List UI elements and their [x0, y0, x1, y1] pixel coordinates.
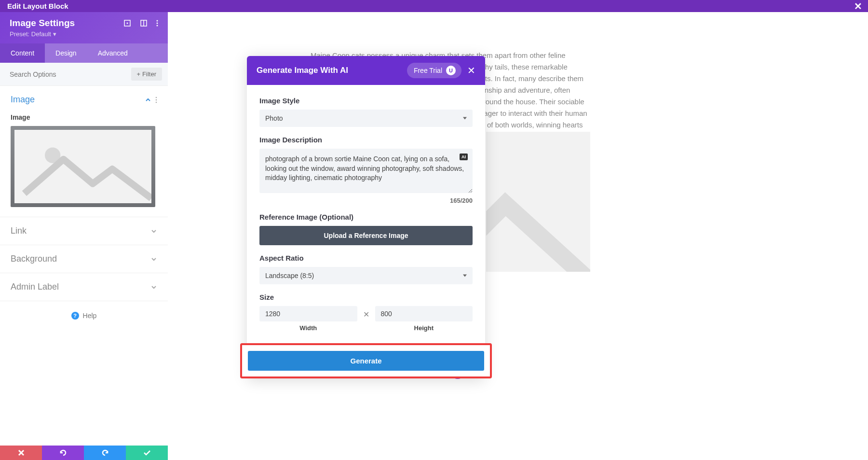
chevron-down-icon — [150, 228, 157, 235]
svg-point-6 — [157, 25, 158, 27]
window-header: Edit Layout Block ✕ — [0, 0, 868, 12]
more-icon[interactable] — [155, 97, 157, 103]
sidebar-header: Image Settings Preset: Default ▾ Content… — [0, 12, 168, 63]
chevron-down-icon — [150, 256, 157, 263]
section-image: Image Image — [0, 86, 168, 217]
image-field-label: Image — [11, 113, 157, 121]
preset-selector[interactable]: Preset: Default ▾ — [10, 30, 158, 43]
settings-sidebar: Image Settings Preset: Default ▾ Content… — [0, 12, 168, 460]
trial-pill[interactable]: Free Trial U — [407, 63, 461, 78]
help-link[interactable]: ? Help — [0, 301, 168, 330]
width-label: Width — [259, 324, 357, 332]
svg-point-5 — [157, 23, 158, 24]
action-bar — [0, 446, 168, 460]
settings-tabs: Content Design Advanced — [0, 43, 168, 63]
image-style-select[interactable]: Photo — [259, 110, 473, 127]
ai-badge-icon[interactable]: AI — [460, 153, 468, 160]
filter-button[interactable]: + Filter — [131, 68, 162, 81]
section-header-admin-label[interactable]: Admin Label — [0, 273, 168, 301]
modal-title: Generate Image With AI — [257, 66, 348, 75]
tab-content[interactable]: Content — [0, 43, 45, 63]
content-image-placeholder — [486, 132, 590, 272]
tab-advanced[interactable]: Advanced — [87, 43, 138, 63]
chevron-down-icon — [150, 284, 157, 291]
section-admin-label: Admin Label — [0, 273, 168, 301]
save-button[interactable] — [126, 446, 168, 460]
height-input[interactable] — [375, 306, 473, 321]
svg-point-7 — [156, 97, 157, 98]
search-input[interactable] — [6, 69, 131, 80]
window-title: Edit Layout Block — [7, 2, 68, 10]
trial-badge-icon: U — [446, 66, 456, 75]
svg-point-8 — [156, 99, 157, 100]
times-icon: ✕ — [363, 310, 369, 319]
image-upload-area[interactable] — [11, 126, 155, 207]
width-input[interactable] — [259, 306, 357, 321]
redo-button[interactable] — [84, 446, 126, 460]
section-link: Link — [0, 217, 168, 245]
section-header-link[interactable]: Link — [0, 217, 168, 245]
chevron-down-icon: ▾ — [53, 30, 56, 38]
char-count: 165/200 — [259, 197, 473, 204]
description-label: Image Description — [259, 136, 473, 144]
cancel-button[interactable] — [0, 446, 42, 460]
reference-label: Reference Image (Optional) — [259, 213, 473, 221]
size-label: Size — [259, 293, 473, 301]
sidebar-title: Image Settings — [10, 18, 75, 28]
columns-icon[interactable] — [140, 19, 148, 27]
svg-point-1 — [127, 23, 128, 24]
section-header-background[interactable]: Background — [0, 245, 168, 273]
section-background: Background — [0, 245, 168, 273]
search-row: + Filter — [0, 63, 168, 86]
height-label: Height — [375, 324, 473, 332]
aspect-ratio-select[interactable]: Landscape (8:5) — [259, 267, 473, 284]
expand-icon[interactable] — [123, 19, 131, 27]
tab-design[interactable]: Design — [45, 43, 87, 63]
aspect-label: Aspect Ratio — [259, 254, 473, 262]
upload-reference-button[interactable]: Upload a Reference Image — [259, 226, 473, 245]
svg-point-9 — [156, 101, 157, 103]
image-style-label: Image Style — [259, 97, 473, 105]
description-textarea[interactable]: photograph of a brown sortie Maine Coon … — [259, 149, 473, 193]
chevron-up-icon — [145, 97, 151, 103]
section-header-image[interactable]: Image — [0, 86, 168, 113]
ai-image-modal: Generate Image With AI Free Trial U ✕ Im… — [247, 56, 485, 378]
generate-button[interactable]: Generate — [248, 351, 484, 371]
svg-point-4 — [157, 20, 158, 22]
modal-header: Generate Image With AI Free Trial U ✕ — [247, 56, 485, 85]
undo-button[interactable] — [42, 446, 84, 460]
generate-highlight: Generate — [240, 343, 492, 378]
more-icon[interactable] — [156, 19, 158, 27]
plus-icon: + — [137, 70, 141, 78]
image-placeholder-icon — [14, 130, 151, 203]
close-icon[interactable]: ✕ — [854, 0, 862, 12]
close-icon[interactable]: ✕ — [467, 65, 475, 76]
help-icon: ? — [71, 312, 79, 320]
